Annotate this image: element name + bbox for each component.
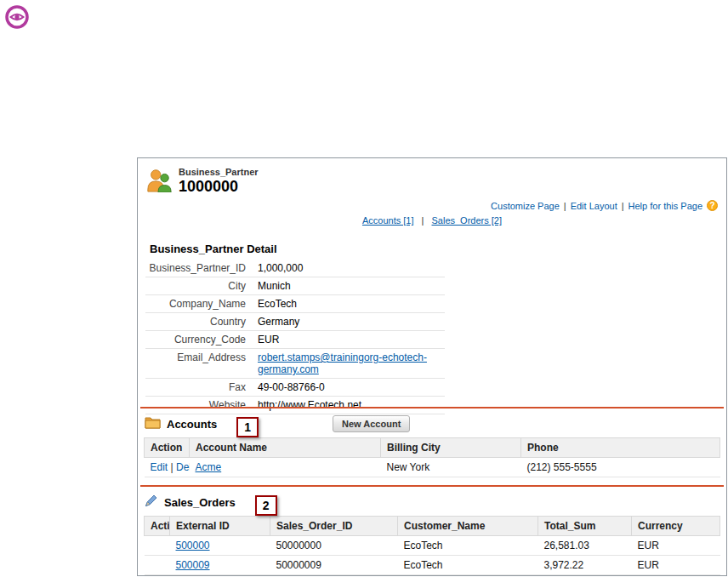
external-id-link[interactable]: 500009 bbox=[176, 559, 210, 571]
column-header: Phone bbox=[521, 438, 720, 458]
folder-icon bbox=[145, 416, 161, 432]
pen-icon bbox=[145, 494, 158, 511]
field-row: Business_Partner_ID 1,000,000 bbox=[145, 260, 445, 277]
accounts-table: Action Account Name Billing City Phone E… bbox=[144, 437, 720, 477]
field-value: EcoTech bbox=[254, 295, 445, 312]
sales-orders-shortcut-link[interactable]: Sales_Orders [2] bbox=[431, 215, 502, 226]
accounts-related-list: Accounts 1 New Account Action Account Na… bbox=[138, 407, 726, 477]
field-row: Country Germany bbox=[145, 313, 445, 331]
field-label: Email_Address bbox=[145, 349, 254, 366]
separator: | bbox=[422, 215, 424, 226]
table-row: 500009 50000009 EcoTech 3,972.22 EUR bbox=[145, 556, 720, 575]
column-header: Sales_Order_ID bbox=[270, 517, 398, 536]
field-value: EUR bbox=[254, 331, 445, 348]
separator: | bbox=[622, 201, 624, 211]
column-header: Action bbox=[145, 517, 170, 536]
del-action-link[interactable]: Del bbox=[176, 461, 190, 473]
related-list-shortcuts: Accounts [1] | Sales_Orders [2] bbox=[138, 215, 726, 226]
sales-order-id-cell: 50000000 bbox=[270, 536, 398, 556]
edit-layout-link[interactable]: Edit Layout bbox=[571, 201, 617, 211]
field-row: City Munich bbox=[145, 277, 445, 295]
help-icon[interactable]: ? bbox=[707, 200, 718, 211]
table-row: 500000 50000000 EcoTech 26,581.03 EUR bbox=[145, 536, 720, 556]
column-header: Account Name bbox=[190, 438, 381, 458]
field-value: Germany bbox=[254, 313, 445, 330]
accounts-shortcut-link[interactable]: Accounts [1] bbox=[362, 215, 414, 226]
new-account-button[interactable]: New Account bbox=[333, 415, 410, 432]
record-name: 1000000 bbox=[179, 178, 259, 196]
page-action-links: Customize Page | Edit Layout | Help for … bbox=[491, 200, 718, 211]
total-sum-cell: 3,972.22 bbox=[538, 556, 632, 575]
sales-orders-section-title: Sales_Orders bbox=[164, 496, 236, 509]
separator: | bbox=[564, 201, 566, 211]
field-label: Business_Partner_ID bbox=[145, 260, 254, 277]
edit-action-link[interactable]: Edit bbox=[151, 461, 168, 473]
help-for-page-link[interactable]: Help for this Page bbox=[628, 201, 702, 211]
field-value: Munich bbox=[254, 277, 445, 294]
field-label: Fax bbox=[145, 379, 254, 396]
billing-city-cell: New York bbox=[381, 458, 521, 477]
customize-page-link[interactable]: Customize Page bbox=[491, 201, 560, 211]
column-header: Total_Sum bbox=[538, 517, 632, 536]
sales-orders-related-list: Sales_Orders 2 Action External ID Sales_… bbox=[138, 485, 726, 575]
customer-name-cell: EcoTech bbox=[398, 536, 538, 556]
object-label: Business_Partner bbox=[179, 167, 259, 177]
column-header: Currency bbox=[632, 517, 720, 536]
field-row: Currency_Code EUR bbox=[145, 331, 445, 349]
annotation-callout-1: 1 bbox=[236, 417, 259, 437]
currency-cell: EUR bbox=[632, 556, 720, 575]
field-label: Country bbox=[145, 313, 254, 330]
field-row: Email_Address robert.stamps@trainingorg-… bbox=[145, 349, 445, 379]
column-header: External ID bbox=[170, 517, 270, 536]
email-address-link[interactable]: robert.stamps@trainingorg-echotech-germa… bbox=[258, 351, 427, 375]
eye-icon[interactable] bbox=[5, 5, 29, 29]
annotation-callout-2: 2 bbox=[255, 495, 277, 516]
total-sum-cell: 26,581.03 bbox=[538, 536, 632, 556]
account-name-link[interactable]: Acme bbox=[196, 461, 222, 473]
field-label: Company_Name bbox=[145, 295, 254, 312]
detail-fields: Business_Partner_ID 1,000,000 City Munic… bbox=[145, 260, 445, 414]
sales-orders-table: Action External ID Sales_Order_ID Custom… bbox=[144, 516, 720, 575]
field-value: 1,000,000 bbox=[254, 260, 445, 277]
field-row: Company_Name EcoTech bbox=[145, 295, 445, 313]
record-header: Business_Partner 1000000 bbox=[146, 167, 259, 196]
field-label: City bbox=[145, 277, 254, 294]
currency-cell: EUR bbox=[632, 536, 720, 556]
column-header: Action bbox=[145, 438, 190, 458]
detail-section-title: Business_Partner Detail bbox=[150, 243, 277, 255]
sales-order-id-cell: 50000009 bbox=[270, 556, 398, 575]
customer-name-cell: EcoTech bbox=[398, 556, 538, 575]
business-partner-people-icon bbox=[146, 167, 172, 196]
table-row: Edit | Del Acme New York (212) 555-5555 bbox=[145, 458, 720, 477]
external-id-link[interactable]: 500000 bbox=[176, 540, 210, 551]
field-label: Currency_Code bbox=[145, 331, 254, 348]
column-header: Billing City bbox=[381, 438, 521, 458]
record-panel: Business_Partner 1000000 Customize Page … bbox=[137, 157, 727, 576]
field-value: 49-00-88766-0 bbox=[254, 379, 445, 396]
accounts-section-title: Accounts bbox=[167, 418, 217, 431]
field-row: Fax 49-00-88766-0 bbox=[145, 379, 445, 397]
phone-cell: (212) 555-5555 bbox=[521, 458, 720, 477]
separator: | bbox=[171, 461, 173, 473]
column-header: Customer_Name bbox=[398, 517, 538, 536]
